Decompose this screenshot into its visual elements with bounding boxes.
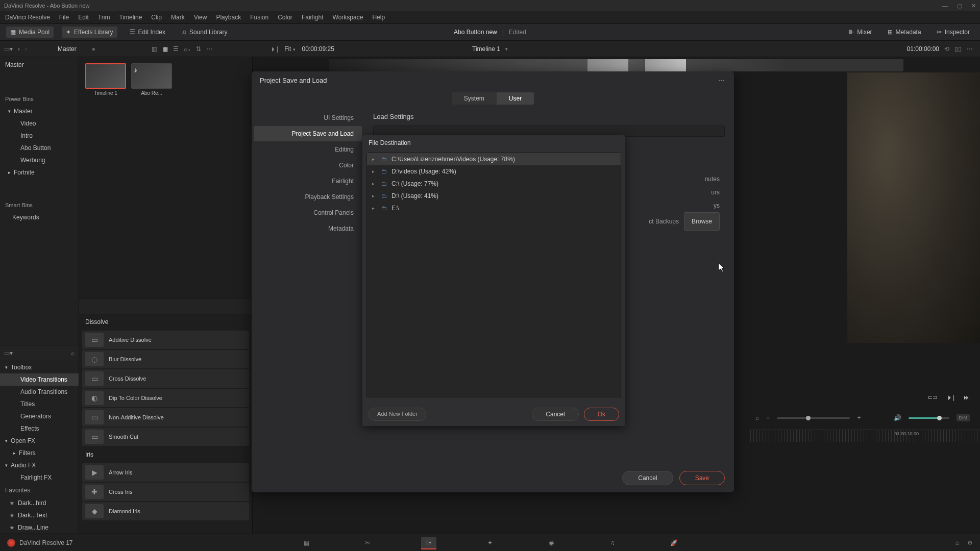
fairlight-page-button[interactable]: ♫: [605, 537, 620, 548]
effect-item[interactable]: ▭Smooth Cut: [82, 428, 249, 446]
fx-category[interactable]: Effects: [0, 422, 79, 435]
settings-nav-item[interactable]: UI Settings: [254, 110, 362, 126]
timeline-ruler[interactable]: 01:00:10:00: [750, 430, 980, 442]
fx-category[interactable]: Audio Transitions: [0, 386, 79, 398]
menu-item[interactable]: Clip: [151, 14, 162, 21]
menu-item[interactable]: Fairlight: [302, 14, 324, 21]
nav-fwd-icon[interactable]: ›: [25, 45, 27, 53]
menu-item[interactable]: Edit: [78, 14, 89, 21]
menu-item[interactable]: Playback: [216, 14, 241, 21]
tab-system[interactable]: System: [452, 92, 497, 105]
menu-item[interactable]: Fusion: [250, 14, 268, 21]
tab-user[interactable]: User: [497, 92, 534, 105]
more-icon[interactable]: ⋯: [967, 45, 973, 53]
fx-category[interactable]: Fairlight FX: [0, 471, 79, 484]
browse-button[interactable]: Browse: [684, 212, 720, 231]
menu-item[interactable]: Mark: [171, 14, 185, 21]
add-folder-button[interactable]: Add New Folder: [369, 408, 426, 421]
loop-icon[interactable]: ⊂⊃: [927, 394, 938, 401]
fx-category[interactable]: ▸Filters: [0, 447, 79, 459]
edit-index-button[interactable]: ☰Edit Index: [126, 27, 169, 38]
folder-item[interactable]: ▸🗀C:\ (Usage: 77%): [367, 178, 621, 190]
effect-item[interactable]: ▭Non-Additive Dissolve: [82, 408, 249, 427]
fusion-page-button[interactable]: ✦: [482, 537, 498, 548]
folder-item[interactable]: ▸🗀D:\ (Usage: 41%): [367, 190, 621, 202]
home-icon[interactable]: ⌂: [955, 539, 959, 546]
settings-icon[interactable]: ⚙: [967, 539, 973, 546]
menu-item[interactable]: Timeline: [119, 14, 142, 21]
settings-nav-item[interactable]: Metadata: [254, 221, 362, 236]
settings-nav-item[interactable]: Control Panels: [254, 205, 362, 220]
bin-master[interactable]: Master: [0, 57, 79, 72]
dialog-menu-icon[interactable]: ⋯: [718, 77, 726, 84]
effect-item[interactable]: ✚Cross Iris: [82, 483, 249, 501]
fx-category[interactable]: Video Transitions: [0, 373, 79, 386]
settings-nav-item[interactable]: Playback Settings: [254, 189, 362, 205]
smart-bin-item[interactable]: Keywords: [0, 211, 79, 223]
dual-view-icon[interactable]: ▯▯: [954, 45, 962, 53]
settings-nav-item[interactable]: Editing: [254, 142, 362, 157]
menu-item[interactable]: Workspace: [333, 14, 363, 21]
effect-item[interactable]: ◌Blur Dissolve: [82, 350, 249, 368]
settings-nav-item[interactable]: Project Save and Load: [254, 126, 362, 141]
folder-item[interactable]: ▸🗀E:\: [367, 202, 621, 214]
bin-item[interactable]: Video: [0, 117, 79, 130]
effect-item[interactable]: ▭Cross Dissolve: [82, 369, 249, 388]
bin-item[interactable]: Intro: [0, 130, 79, 142]
zoom-out-icon[interactable]: −: [766, 414, 770, 421]
folder-item[interactable]: ▸🗀C:\Users\Lizenznehmer\Videos (Usage: 7…: [367, 153, 621, 165]
folder-item[interactable]: ▸🗀D:\videos (Usage: 42%): [367, 165, 621, 178]
more-icon[interactable]: ⋯: [206, 45, 212, 53]
media-pool-button[interactable]: ▦Media Pool: [6, 27, 54, 38]
ok-button[interactable]: Ok: [584, 408, 619, 421]
nav-back-icon[interactable]: ‹: [18, 45, 20, 53]
menu-item[interactable]: File: [59, 14, 69, 21]
search-icon[interactable]: ⌕▾: [184, 45, 191, 53]
cancel-button[interactable]: Cancel: [532, 408, 578, 421]
fx-toolbox[interactable]: ▾Toolbox: [0, 361, 79, 373]
search-icon[interactable]: ⌕: [71, 349, 75, 357]
metadata-button[interactable]: ⊞Metadata: [884, 27, 925, 38]
fx-audiofx[interactable]: ▾Audio FX: [0, 459, 79, 471]
color-page-button[interactable]: ◉: [544, 537, 559, 548]
favorite-item[interactable]: ★Dark...hird: [0, 497, 79, 509]
close-icon[interactable]: ✕: [971, 3, 976, 9]
volume-icon[interactable]: 🔊: [894, 414, 901, 421]
sound-library-button[interactable]: ♫Sound Library: [178, 27, 232, 38]
sort-icon[interactable]: ⇅: [196, 45, 201, 53]
viewer-canvas[interactable]: [847, 72, 980, 343]
effects-library-button[interactable]: ✦Effects Library: [62, 27, 117, 38]
maximize-icon[interactable]: ▢: [957, 3, 962, 9]
mixer-button[interactable]: ⊪Mixer: [845, 27, 876, 38]
view-thumb-icon[interactable]: ▦: [162, 45, 168, 53]
zoom-search-icon[interactable]: ⌕: [755, 414, 759, 421]
save-button[interactable]: Save: [679, 471, 725, 485]
settings-nav-item[interactable]: Color: [254, 158, 362, 173]
bin-item[interactable]: ▸Fortnite: [0, 166, 79, 179]
effect-item[interactable]: ◐Dip To Color Dissolve: [82, 389, 249, 407]
clip-thumbnail[interactable]: ♪ Abo Re...: [131, 63, 172, 96]
cancel-button[interactable]: Cancel: [622, 471, 673, 485]
view-list-icon[interactable]: ▥: [152, 45, 157, 53]
menu-item[interactable]: Color: [278, 14, 292, 21]
media-page-button[interactable]: ▦: [299, 537, 314, 548]
fx-category[interactable]: Generators: [0, 410, 79, 422]
cut-page-button[interactable]: ✂: [360, 537, 375, 548]
view-strip-icon[interactable]: ☰: [173, 45, 179, 53]
clip-thumbnail[interactable]: Timeline 1: [85, 63, 126, 96]
sync-icon[interactable]: ⟲: [944, 45, 949, 53]
bin-item[interactable]: Abo Button: [0, 142, 79, 154]
zoom-in-icon[interactable]: +: [857, 414, 861, 421]
bin-dropdown-icon[interactable]: ▭▾: [4, 45, 13, 53]
fx-openfx[interactable]: ▾Open FX: [0, 435, 79, 447]
filmstrip[interactable]: [329, 59, 903, 71]
dim-button[interactable]: DIM: [957, 414, 970, 421]
menu-item[interactable]: Help: [372, 14, 385, 21]
play-next-icon[interactable]: ⏵|: [947, 394, 954, 401]
menu-item[interactable]: View: [194, 14, 207, 21]
zoom-slider[interactable]: [777, 417, 850, 419]
volume-slider[interactable]: [909, 417, 949, 419]
play-start-icon[interactable]: ⏵|: [271, 45, 278, 53]
bin-item[interactable]: Werbung: [0, 154, 79, 166]
play-end-icon[interactable]: ⏭: [964, 394, 970, 401]
